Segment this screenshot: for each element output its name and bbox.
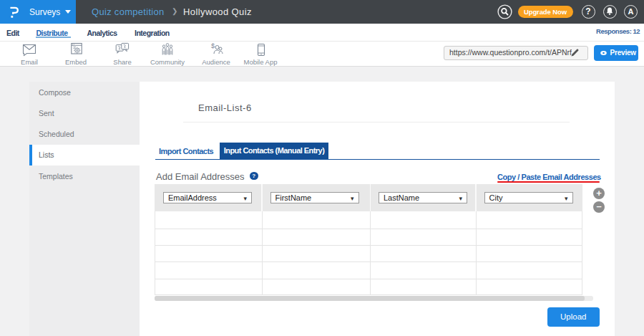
svg-text:$: $ <box>211 42 215 49</box>
